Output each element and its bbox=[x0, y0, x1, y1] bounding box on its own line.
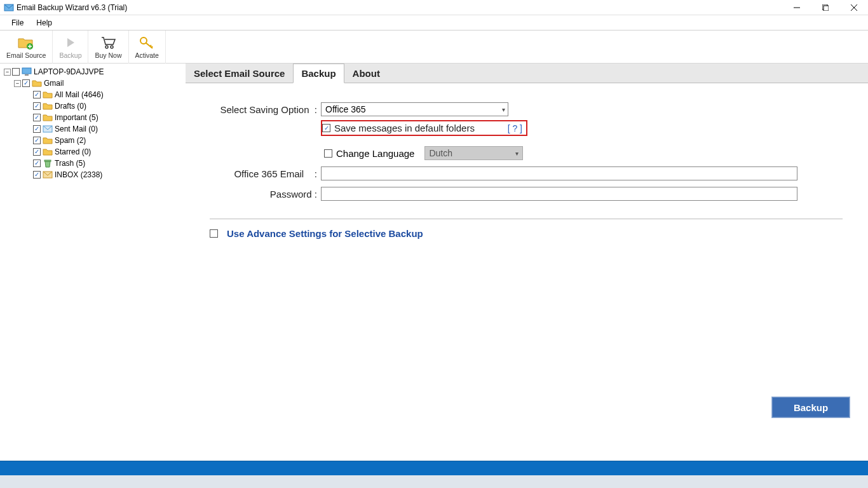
tree-checkbox[interactable] bbox=[12, 68, 20, 76]
tree-checkbox[interactable] bbox=[33, 137, 41, 144]
folder-icon bbox=[43, 90, 53, 99]
tree-item[interactable]: Important (5) bbox=[33, 112, 180, 123]
svg-rect-13 bbox=[44, 160, 51, 161]
saving-option-label: Select Saving Option : bbox=[210, 104, 321, 115]
toolbar-backup[interactable]: Backup bbox=[53, 30, 88, 64]
tree-gmail[interactable]: − Gmail bbox=[14, 78, 180, 89]
toolbar-buy-now[interactable]: Buy Now bbox=[88, 30, 128, 64]
folder-icon bbox=[43, 102, 53, 111]
tab-about[interactable]: About bbox=[344, 64, 388, 83]
tab-select-email-source[interactable]: Select Email Source bbox=[186, 64, 293, 83]
statusbar bbox=[0, 461, 868, 475]
chevron-down-icon: ▾ bbox=[502, 106, 505, 113]
main-area: − LAPTOP-9DAJJVPE − Gmail All Mail (4646… bbox=[0, 64, 868, 461]
advance-settings-checkbox[interactable] bbox=[210, 229, 218, 238]
window-controls bbox=[782, 0, 868, 15]
svg-rect-3 bbox=[824, 6, 829, 11]
toolbar-email-source[interactable]: Email Source bbox=[0, 30, 53, 64]
svg-point-7 bbox=[105, 46, 108, 48]
trash-icon bbox=[43, 159, 53, 168]
tree-checkbox[interactable] bbox=[33, 148, 41, 156]
folder-icon bbox=[32, 79, 42, 88]
tree-item[interactable]: Trash (5) bbox=[33, 158, 180, 169]
play-icon bbox=[62, 34, 79, 51]
tree-checkbox[interactable] bbox=[33, 159, 41, 167]
folder-icon bbox=[43, 113, 53, 122]
key-icon bbox=[138, 34, 156, 51]
change-language-row: Change Language Dutch ▾ bbox=[324, 146, 843, 160]
minimize-button[interactable] bbox=[782, 0, 811, 15]
collapse-icon[interactable]: − bbox=[14, 80, 21, 87]
change-language-label: Change Language bbox=[336, 148, 414, 159]
save-default-label: Save messages in default folders bbox=[334, 123, 504, 133]
save-default-folders-row: Save messages in default folders [ ? ] bbox=[321, 120, 527, 136]
collapse-icon[interactable]: − bbox=[4, 69, 11, 76]
divider bbox=[210, 219, 843, 219]
help-link[interactable]: [ ? ] bbox=[508, 123, 522, 133]
maximize-button[interactable] bbox=[811, 0, 839, 15]
chevron-down-icon: ▾ bbox=[515, 150, 519, 157]
tree-checkbox[interactable] bbox=[33, 91, 41, 98]
tree-gmail-label: Gmail bbox=[44, 79, 64, 88]
svg-point-8 bbox=[111, 46, 113, 48]
tab-backup[interactable]: Backup bbox=[293, 64, 344, 83]
titlebar-text: Email Backup Wizard v6.3 (Trial) bbox=[17, 3, 782, 12]
advance-settings-label: Use Advance Settings for Selective Backu… bbox=[227, 228, 423, 239]
cart-icon bbox=[99, 34, 117, 51]
tree-checkbox[interactable] bbox=[33, 102, 41, 110]
tree-checkbox[interactable] bbox=[22, 79, 30, 87]
close-button[interactable] bbox=[839, 0, 868, 15]
bottombar bbox=[0, 475, 868, 488]
content-panel: Select Email Source Backup About Select … bbox=[184, 64, 868, 461]
backup-button[interactable]: Backup bbox=[771, 396, 850, 418]
folder-tree: − LAPTOP-9DAJJVPE − Gmail All Mail (4646… bbox=[0, 64, 184, 461]
tree-checkbox[interactable] bbox=[33, 171, 41, 179]
tree-item[interactable]: Starred (0) bbox=[33, 146, 180, 158]
app-icon bbox=[4, 3, 14, 13]
menu-file[interactable]: File bbox=[5, 17, 30, 29]
tree-item[interactable]: All Mail (4646) bbox=[33, 89, 180, 100]
backup-panel: Select Saving Option : Office 365 ▾ Save… bbox=[184, 83, 868, 461]
saving-option-select[interactable]: Office 365 ▾ bbox=[321, 102, 508, 116]
computer-icon bbox=[22, 67, 32, 76]
titlebar: Email Backup Wizard v6.3 (Trial) bbox=[0, 0, 868, 15]
tree-item[interactable]: Drafts (0) bbox=[33, 100, 180, 112]
tree-root-label: LAPTOP-9DAJJVPE bbox=[34, 67, 104, 76]
password-label: Password : bbox=[210, 189, 321, 200]
password-input[interactable] bbox=[321, 187, 797, 201]
tree-checkbox[interactable] bbox=[33, 125, 41, 133]
tree-checkbox[interactable] bbox=[33, 114, 41, 121]
email-label: Office 365 Email : bbox=[210, 168, 321, 179]
menu-help[interactable]: Help bbox=[30, 17, 58, 29]
tree-item[interactable]: Spam (2) bbox=[33, 135, 180, 146]
svg-rect-10 bbox=[22, 68, 31, 74]
menubar: File Help bbox=[0, 15, 868, 30]
tree-item[interactable]: INBOX (2338) bbox=[33, 169, 180, 180]
toolbar: Email Source Backup Buy Now Activate bbox=[0, 30, 868, 64]
folder-icon bbox=[43, 136, 53, 145]
language-select[interactable]: Dutch ▾ bbox=[424, 146, 523, 160]
save-default-checkbox[interactable] bbox=[322, 124, 330, 132]
svg-rect-11 bbox=[25, 74, 29, 76]
toolbar-activate[interactable]: Activate bbox=[129, 30, 166, 64]
tree-root[interactable]: − LAPTOP-9DAJJVPE bbox=[4, 66, 180, 78]
inbox-icon bbox=[43, 170, 53, 179]
tree-item[interactable]: Sent Mail (0) bbox=[33, 123, 180, 135]
change-language-checkbox[interactable] bbox=[324, 149, 332, 158]
folder-icon bbox=[43, 147, 53, 156]
tabstrip: Select Email Source Backup About bbox=[186, 64, 868, 83]
folder-plus-icon bbox=[17, 34, 35, 51]
advance-settings-row: Use Advance Settings for Selective Backu… bbox=[210, 228, 843, 239]
office365-email-input[interactable] bbox=[321, 166, 797, 180]
sent-icon bbox=[43, 125, 53, 133]
